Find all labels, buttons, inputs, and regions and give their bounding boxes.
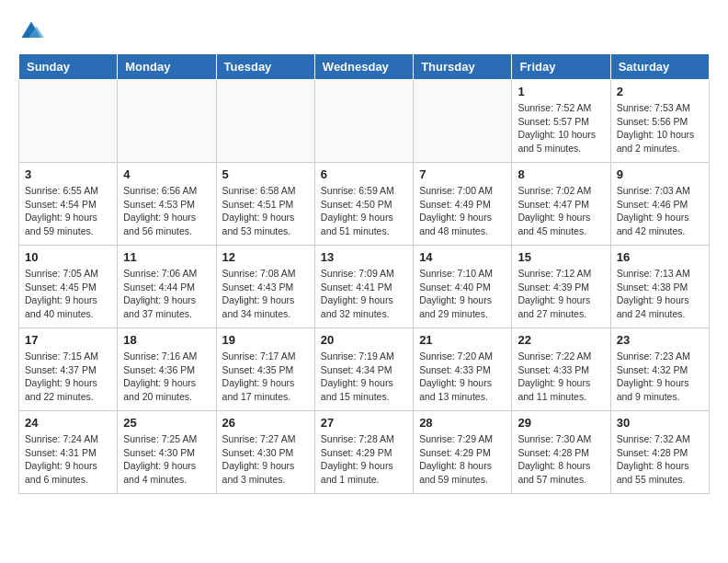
weekday-header: Saturday bbox=[610, 54, 709, 80]
day-number: 8 bbox=[518, 167, 604, 181]
day-info: Sunrise: 7:23 AM Sunset: 4:32 PM Dayligh… bbox=[617, 350, 703, 404]
calendar-cell: 26Sunrise: 7:27 AM Sunset: 4:30 PM Dayli… bbox=[216, 411, 314, 494]
calendar-cell: 22Sunrise: 7:22 AM Sunset: 4:33 PM Dayli… bbox=[512, 328, 610, 411]
day-info: Sunrise: 7:22 AM Sunset: 4:33 PM Dayligh… bbox=[518, 350, 604, 404]
calendar-cell bbox=[118, 80, 216, 163]
calendar-cell: 3Sunrise: 6:55 AM Sunset: 4:54 PM Daylig… bbox=[19, 163, 118, 246]
calendar-cell: 23Sunrise: 7:23 AM Sunset: 4:32 PM Dayli… bbox=[610, 328, 709, 411]
day-info: Sunrise: 7:16 AM Sunset: 4:36 PM Dayligh… bbox=[123, 350, 210, 404]
day-info: Sunrise: 6:56 AM Sunset: 4:53 PM Dayligh… bbox=[123, 184, 210, 238]
day-info: Sunrise: 7:10 AM Sunset: 4:40 PM Dayligh… bbox=[419, 267, 506, 321]
day-info: Sunrise: 7:05 AM Sunset: 4:45 PM Dayligh… bbox=[25, 267, 111, 321]
day-info: Sunrise: 7:32 AM Sunset: 4:28 PM Dayligh… bbox=[617, 432, 703, 487]
logo-icon bbox=[18, 18, 44, 44]
weekday-header: Friday bbox=[512, 54, 610, 80]
calendar-cell: 25Sunrise: 7:25 AM Sunset: 4:30 PM Dayli… bbox=[118, 411, 216, 494]
day-number: 16 bbox=[617, 250, 703, 264]
day-number: 14 bbox=[419, 250, 506, 264]
calendar-cell: 17Sunrise: 7:15 AM Sunset: 4:37 PM Dayli… bbox=[19, 328, 118, 411]
day-info: Sunrise: 7:24 AM Sunset: 4:31 PM Dayligh… bbox=[25, 432, 111, 487]
calendar-cell: 11Sunrise: 7:06 AM Sunset: 4:44 PM Dayli… bbox=[118, 246, 216, 328]
calendar-cell: 18Sunrise: 7:16 AM Sunset: 4:36 PM Dayli… bbox=[118, 328, 216, 411]
day-info: Sunrise: 7:20 AM Sunset: 4:33 PM Dayligh… bbox=[419, 350, 506, 404]
calendar-cell: 24Sunrise: 7:24 AM Sunset: 4:31 PM Dayli… bbox=[19, 411, 118, 494]
day-info: Sunrise: 7:27 AM Sunset: 4:30 PM Dayligh… bbox=[222, 432, 309, 487]
weekday-header: Wednesday bbox=[314, 54, 413, 80]
weekday-header: Monday bbox=[118, 54, 216, 80]
day-number: 3 bbox=[25, 167, 111, 181]
calendar-cell: 15Sunrise: 7:12 AM Sunset: 4:39 PM Dayli… bbox=[512, 246, 610, 328]
day-info: Sunrise: 7:25 AM Sunset: 4:30 PM Dayligh… bbox=[123, 432, 210, 487]
day-number: 13 bbox=[321, 250, 407, 264]
day-number: 17 bbox=[25, 333, 111, 347]
calendar-cell bbox=[216, 80, 314, 163]
day-number: 27 bbox=[321, 416, 407, 430]
day-info: Sunrise: 7:52 AM Sunset: 5:57 PM Dayligh… bbox=[518, 101, 604, 155]
calendar-cell: 20Sunrise: 7:19 AM Sunset: 4:34 PM Dayli… bbox=[314, 328, 413, 411]
day-info: Sunrise: 6:58 AM Sunset: 4:51 PM Dayligh… bbox=[222, 184, 309, 238]
day-info: Sunrise: 7:03 AM Sunset: 4:46 PM Dayligh… bbox=[617, 184, 703, 238]
day-info: Sunrise: 7:19 AM Sunset: 4:34 PM Dayligh… bbox=[321, 350, 407, 404]
calendar-cell: 28Sunrise: 7:29 AM Sunset: 4:29 PM Dayli… bbox=[414, 411, 512, 494]
calendar-cell: 8Sunrise: 7:02 AM Sunset: 4:47 PM Daylig… bbox=[512, 163, 610, 246]
day-info: Sunrise: 6:59 AM Sunset: 4:50 PM Dayligh… bbox=[321, 184, 407, 238]
day-number: 12 bbox=[222, 250, 309, 264]
calendar-cell: 6Sunrise: 6:59 AM Sunset: 4:50 PM Daylig… bbox=[314, 163, 413, 246]
day-number: 28 bbox=[419, 416, 506, 430]
calendar-cell bbox=[414, 80, 512, 163]
calendar-cell: 13Sunrise: 7:09 AM Sunset: 4:41 PM Dayli… bbox=[314, 246, 413, 328]
calendar-cell: 5Sunrise: 6:58 AM Sunset: 4:51 PM Daylig… bbox=[216, 163, 314, 246]
day-number: 23 bbox=[617, 333, 703, 347]
day-info: Sunrise: 7:53 AM Sunset: 5:56 PM Dayligh… bbox=[617, 101, 703, 155]
calendar-cell: 1Sunrise: 7:52 AM Sunset: 5:57 PM Daylig… bbox=[512, 80, 610, 163]
day-info: Sunrise: 7:30 AM Sunset: 4:28 PM Dayligh… bbox=[518, 432, 604, 487]
day-number: 4 bbox=[123, 167, 210, 181]
day-number: 24 bbox=[25, 416, 111, 430]
day-number: 9 bbox=[617, 167, 703, 181]
day-number: 19 bbox=[222, 333, 309, 347]
calendar-cell: 29Sunrise: 7:30 AM Sunset: 4:28 PM Dayli… bbox=[512, 411, 610, 494]
day-info: Sunrise: 7:17 AM Sunset: 4:35 PM Dayligh… bbox=[222, 350, 309, 404]
day-number: 11 bbox=[123, 250, 210, 264]
day-number: 26 bbox=[222, 416, 309, 430]
day-info: Sunrise: 7:00 AM Sunset: 4:49 PM Dayligh… bbox=[419, 184, 506, 238]
calendar-cell: 7Sunrise: 7:00 AM Sunset: 4:49 PM Daylig… bbox=[414, 163, 512, 246]
calendar-cell bbox=[19, 80, 118, 163]
calendar-cell: 10Sunrise: 7:05 AM Sunset: 4:45 PM Dayli… bbox=[19, 246, 118, 328]
weekday-header: Tuesday bbox=[216, 54, 314, 80]
day-number: 15 bbox=[518, 250, 604, 264]
day-number: 25 bbox=[123, 416, 210, 430]
calendar-cell: 12Sunrise: 7:08 AM Sunset: 4:43 PM Dayli… bbox=[216, 246, 314, 328]
calendar-table: SundayMondayTuesdayWednesdayThursdayFrid… bbox=[18, 53, 710, 494]
day-info: Sunrise: 7:08 AM Sunset: 4:43 PM Dayligh… bbox=[222, 267, 309, 321]
day-info: Sunrise: 7:13 AM Sunset: 4:38 PM Dayligh… bbox=[617, 267, 703, 321]
calendar-cell: 16Sunrise: 7:13 AM Sunset: 4:38 PM Dayli… bbox=[610, 246, 709, 328]
day-info: Sunrise: 7:09 AM Sunset: 4:41 PM Dayligh… bbox=[321, 267, 407, 321]
day-number: 6 bbox=[321, 167, 407, 181]
day-info: Sunrise: 7:28 AM Sunset: 4:29 PM Dayligh… bbox=[321, 432, 407, 487]
day-number: 7 bbox=[419, 167, 506, 181]
day-info: Sunrise: 7:06 AM Sunset: 4:44 PM Dayligh… bbox=[123, 267, 210, 321]
day-number: 10 bbox=[25, 250, 111, 264]
day-info: Sunrise: 7:29 AM Sunset: 4:29 PM Dayligh… bbox=[419, 432, 506, 487]
calendar-cell: 21Sunrise: 7:20 AM Sunset: 4:33 PM Dayli… bbox=[414, 328, 512, 411]
day-info: Sunrise: 7:15 AM Sunset: 4:37 PM Dayligh… bbox=[25, 350, 111, 404]
calendar-cell: 19Sunrise: 7:17 AM Sunset: 4:35 PM Dayli… bbox=[216, 328, 314, 411]
calendar-cell bbox=[314, 80, 413, 163]
calendar-cell: 30Sunrise: 7:32 AM Sunset: 4:28 PM Dayli… bbox=[610, 411, 709, 494]
weekday-header: Sunday bbox=[19, 54, 118, 80]
day-number: 22 bbox=[518, 333, 604, 347]
calendar-cell: 2Sunrise: 7:53 AM Sunset: 5:56 PM Daylig… bbox=[610, 80, 709, 163]
day-number: 5 bbox=[222, 167, 309, 181]
calendar-cell: 9Sunrise: 7:03 AM Sunset: 4:46 PM Daylig… bbox=[610, 163, 709, 246]
weekday-header: Thursday bbox=[414, 54, 512, 80]
day-number: 30 bbox=[617, 416, 703, 430]
day-number: 29 bbox=[518, 416, 604, 430]
calendar-cell: 4Sunrise: 6:56 AM Sunset: 4:53 PM Daylig… bbox=[118, 163, 216, 246]
day-number: 21 bbox=[419, 333, 506, 347]
logo bbox=[18, 18, 48, 44]
day-number: 2 bbox=[617, 85, 703, 98]
day-number: 18 bbox=[123, 333, 210, 347]
day-number: 20 bbox=[321, 333, 407, 347]
page-header bbox=[18, 18, 710, 44]
